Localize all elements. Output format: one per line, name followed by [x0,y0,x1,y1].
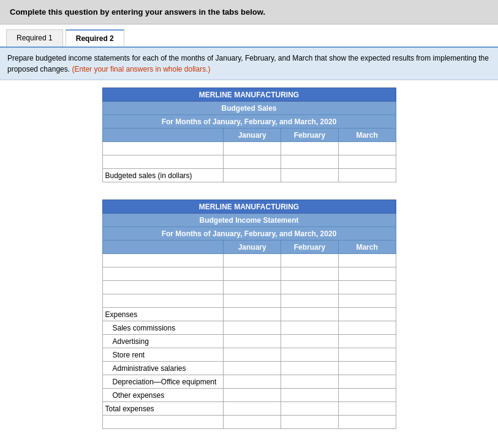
income-r2-jan[interactable] [226,283,278,293]
sales-title-row-2: Budgeted Sales [102,102,396,115]
sales-row1-jan[interactable] [226,144,278,154]
store-rent-jan[interactable] [226,350,278,360]
instructions: Prepare budgeted income statements for e… [0,48,498,80]
advertising-feb[interactable] [284,337,336,346]
sales-row2-feb[interactable] [284,157,336,167]
income-r3-mar[interactable] [341,296,393,306]
admin-salaries-row: Administrative salaries [102,362,396,375]
budgeted-sales-jan[interactable] [226,171,278,181]
advertising-mar[interactable] [341,337,393,346]
income-title-row-2: Budgeted Income Statement [102,214,396,227]
income-r3-jan[interactable] [226,296,278,306]
budgeted-sales-feb[interactable] [284,171,336,181]
advertising-jan[interactable] [226,337,278,346]
income-last-jan[interactable] [226,417,278,427]
income-r1-jan[interactable] [226,269,278,279]
other-expenses-row: Other expenses [102,389,396,402]
table-row [102,294,396,308]
expenses-label-row: Expenses [102,308,396,321]
sales-row2-jan[interactable] [226,157,278,167]
store-rent-row: Store rent [102,348,396,362]
advertising-row: Advertising [102,335,396,348]
table-row [102,142,396,155]
sales-comm-jan[interactable] [226,323,278,333]
admin-sal-mar[interactable] [341,364,393,373]
table-row [102,416,396,429]
total-exp-jan[interactable] [226,404,278,414]
store-rent-feb[interactable] [284,350,336,360]
budgeted-sales-row: Budgeted sales (in dollars) [102,169,396,182]
admin-sal-feb[interactable] [284,364,336,373]
total-exp-mar[interactable] [341,404,393,414]
budgeted-sales-section: MERLINE MANUFACTURING Budgeted Sales For… [102,88,396,182]
income-title-row-1: MERLINE MANUFACTURING [102,200,396,214]
income-last-feb[interactable] [284,417,336,427]
income-r0-mar[interactable] [341,256,393,266]
sales-col-header: January February March [102,129,396,142]
income-r0-jan[interactable] [226,256,278,266]
other-exp-feb[interactable] [284,390,336,400]
income-r1-mar[interactable] [341,269,393,279]
income-r2-mar[interactable] [341,283,393,293]
other-exp-mar[interactable] [341,390,393,400]
table-row [102,155,396,169]
total-expenses-row: Total expenses [102,402,396,416]
table-row [102,281,396,294]
income-statement-section: MERLINE MANUFACTURING Budgeted Income St… [102,200,396,429]
admin-sal-jan[interactable] [226,364,278,373]
table-row [102,254,396,267]
depreciation-jan[interactable] [226,377,278,387]
tab-required-2[interactable]: Required 2 [66,29,124,47]
income-col-header: January February March [102,241,396,254]
sales-row1-mar[interactable] [341,144,393,154]
depreciation-mar[interactable] [341,377,393,387]
table-row [102,267,396,281]
tabs-row: Required 1 Required 2 [0,24,498,48]
content-area: MERLINE MANUFACTURING Budgeted Sales For… [0,80,498,447]
sales-row1-feb[interactable] [284,144,336,154]
income-last-mar[interactable] [341,417,393,427]
budgeted-sales-mar[interactable] [341,171,393,181]
sales-title-row-1: MERLINE MANUFACTURING [102,88,396,102]
sales-row2-mar[interactable] [341,157,393,167]
tab-required-1[interactable]: Required 1 [6,29,63,47]
income-title-row-3: For Months of January, February, and Mar… [102,227,396,241]
income-r3-feb[interactable] [284,296,336,306]
store-rent-mar[interactable] [341,350,393,360]
sales-commissions-row: Sales commissions [102,321,396,335]
sales-comm-mar[interactable] [341,323,393,333]
income-r1-feb[interactable] [284,269,336,279]
income-r0-feb[interactable] [284,256,336,266]
depreciation-row: Depreciation—Office equipment [102,375,396,389]
depreciation-feb[interactable] [284,377,336,387]
income-r2-feb[interactable] [284,283,336,293]
sales-title-row-3: For Months of January, February, and Mar… [102,115,396,129]
other-exp-jan[interactable] [226,390,278,400]
top-banner: Complete this question by entering your … [0,0,498,24]
sales-comm-feb[interactable] [284,323,336,333]
total-exp-feb[interactable] [284,404,336,414]
